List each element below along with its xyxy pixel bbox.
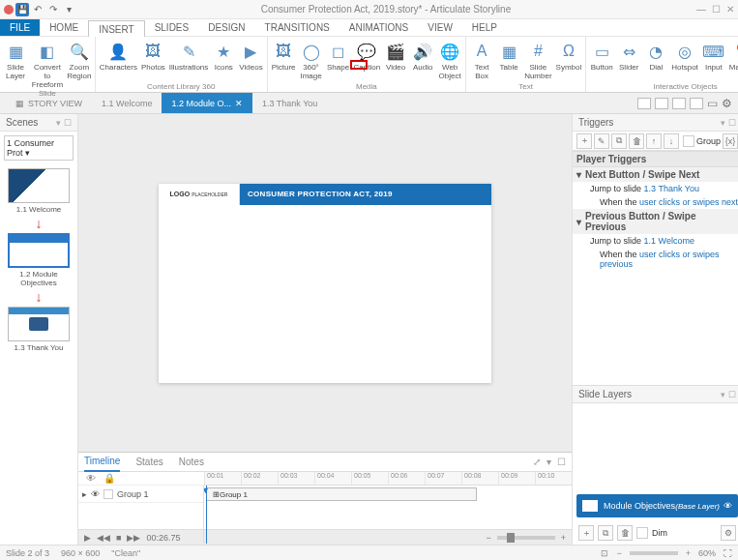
timeline-row[interactable]: ▸👁Group 1 bbox=[78, 486, 203, 503]
close-icon[interactable]: ✕ bbox=[726, 4, 734, 15]
down-trigger-button[interactable]: ↓ bbox=[664, 133, 679, 149]
illustrations-button[interactable]: ✎Illustrations bbox=[169, 39, 208, 82]
slide-layer-button[interactable]: ▦SlideLayer bbox=[4, 39, 27, 89]
button-button[interactable]: ▭Button bbox=[590, 39, 613, 82]
trigger-prev-header[interactable]: ▾Previous Button / Swipe Previous bbox=[573, 209, 738, 234]
dup-layer-button[interactable]: ⧉ bbox=[598, 525, 613, 541]
tab-states[interactable]: States bbox=[135, 453, 162, 471]
slide-number-button[interactable]: #SlideNumber bbox=[524, 39, 551, 82]
tab-story-view[interactable]: ▦STORY VIEW bbox=[6, 93, 92, 113]
panel-min-icon[interactable]: ▾ bbox=[721, 118, 725, 128]
scene-selector[interactable]: 1 Consumer Prot ▾ bbox=[4, 135, 74, 161]
up-trigger-button[interactable]: ↑ bbox=[646, 133, 662, 149]
view-mode-3[interactable] bbox=[672, 98, 686, 109]
back-icon[interactable]: ◀◀ bbox=[97, 533, 110, 543]
view-mode-4[interactable] bbox=[690, 98, 703, 109]
panel-close-icon[interactable]: ☐ bbox=[728, 390, 736, 399]
thumb-1-1[interactable] bbox=[8, 168, 70, 203]
tab-slide-1-2[interactable]: 1.2 Module O...✕ bbox=[162, 93, 252, 113]
settings-icon[interactable]: ⚙ bbox=[722, 97, 732, 110]
tl-close-icon[interactable]: ☐ bbox=[557, 457, 566, 467]
edit-trigger-button[interactable]: ✎ bbox=[594, 133, 609, 149]
expand-icon[interactable]: ⛶ bbox=[723, 548, 732, 558]
eye-icon[interactable]: 👁 bbox=[86, 473, 96, 484]
slide-canvas[interactable]: LOGO PLACEHOLDER CONSUMER PROTECTION ACT… bbox=[78, 114, 572, 452]
tl-tool-icon[interactable]: ⤢ bbox=[533, 457, 541, 467]
web-object-button[interactable]: 🌐WebObject bbox=[438, 39, 461, 82]
delete-trigger-button[interactable]: 🗑 bbox=[629, 133, 644, 149]
undo-icon[interactable]: ↶ bbox=[31, 3, 44, 16]
close-dot[interactable] bbox=[4, 5, 14, 15]
status-zoom-slider[interactable] bbox=[630, 551, 678, 555]
trigger-next-header[interactable]: ▾Next Button / Swipe Next bbox=[573, 167, 738, 182]
fwd-icon[interactable]: ▶▶ bbox=[127, 533, 140, 543]
lock-icon[interactable]: 🔒 bbox=[103, 473, 115, 484]
zoom-in-icon[interactable]: + bbox=[686, 548, 691, 558]
icons-button[interactable]: ★Icons bbox=[212, 39, 235, 82]
playhead[interactable] bbox=[206, 486, 207, 544]
add-trigger-button[interactable]: ＋ bbox=[576, 133, 592, 149]
panel-close-icon[interactable]: ☐ bbox=[64, 118, 72, 128]
menu-insert[interactable]: INSERT bbox=[88, 20, 145, 37]
dim-checkbox[interactable] bbox=[636, 527, 648, 539]
dial-button[interactable]: ◔Dial bbox=[644, 39, 667, 82]
menu-animations[interactable]: ANIMATIONS bbox=[339, 19, 418, 36]
menu-file[interactable]: FILE bbox=[0, 19, 40, 36]
trigger-line[interactable]: Jump to slide 1.3 Thank You bbox=[573, 182, 738, 195]
table-button[interactable]: ▦Table bbox=[497, 39, 520, 82]
layer-settings-button[interactable]: ⚙ bbox=[721, 525, 736, 541]
play-icon[interactable]: ▶ bbox=[84, 533, 91, 543]
trigger-line[interactable]: Jump to slide 1.1 Welcome bbox=[573, 234, 738, 248]
slider-button[interactable]: ⇔Slider bbox=[617, 39, 640, 82]
menu-home[interactable]: HOME bbox=[40, 19, 88, 36]
trigger-line[interactable]: When the user clicks or swipes previous bbox=[573, 248, 738, 271]
vars-button[interactable]: {x} bbox=[723, 133, 738, 149]
tab-slide-1-1[interactable]: 1.1 Welcome bbox=[92, 93, 162, 113]
view-mode-2[interactable] bbox=[655, 98, 668, 109]
characters-button[interactable]: 👤Characters bbox=[100, 39, 137, 82]
delete-layer-button[interactable]: 🗑 bbox=[617, 525, 633, 541]
360-image-button[interactable]: ◯360°Image bbox=[300, 39, 323, 82]
photos-button[interactable]: 🖼Photos bbox=[141, 39, 165, 82]
menu-view[interactable]: VIEW bbox=[418, 19, 462, 36]
shape-button[interactable]: ◻Shape bbox=[327, 39, 350, 82]
dock-icon[interactable]: ▭ bbox=[707, 97, 718, 110]
trigger-line[interactable]: When the user clicks or swipes next bbox=[573, 195, 738, 209]
convert-freeform-button[interactable]: ◧Convert toFreeform bbox=[31, 39, 64, 89]
add-layer-button[interactable]: ＋ bbox=[578, 525, 594, 541]
thumb-1-2[interactable] bbox=[8, 233, 70, 268]
tab-close-icon[interactable]: ✕ bbox=[235, 99, 243, 108]
menu-transitions[interactable]: TRANSITIONS bbox=[255, 19, 339, 36]
zoom-region-button[interactable]: 🔍ZoomRegion bbox=[68, 39, 91, 89]
hotspot-button[interactable]: ◎Hotspot bbox=[671, 39, 698, 82]
redo-icon[interactable]: ↷ bbox=[46, 3, 60, 16]
tab-timeline[interactable]: Timeline bbox=[84, 452, 120, 472]
panel-min-icon[interactable]: ▾ bbox=[721, 390, 725, 399]
videos-button[interactable]: ▶Videos bbox=[239, 39, 262, 82]
fit-icon[interactable]: ⊡ bbox=[601, 548, 608, 558]
thumb-1-3[interactable] bbox=[8, 307, 70, 341]
video-button[interactable]: 🎬Video bbox=[384, 39, 407, 82]
stop-icon[interactable]: ■ bbox=[116, 533, 121, 543]
eye-icon[interactable]: 👁 bbox=[723, 501, 732, 511]
tl-min-icon[interactable]: ▾ bbox=[546, 457, 551, 467]
zoom-out-icon[interactable]: − bbox=[616, 548, 621, 558]
tab-notes[interactable]: Notes bbox=[179, 453, 204, 471]
panel-close-icon[interactable]: ☐ bbox=[728, 118, 736, 128]
symbol-button[interactable]: ΩSymbol bbox=[556, 39, 582, 82]
zoom-slider[interactable] bbox=[497, 536, 555, 540]
minimize-icon[interactable]: — bbox=[696, 4, 706, 15]
qat-more-icon[interactable]: ▾ bbox=[62, 3, 75, 16]
audio-button[interactable]: 🔊Audio bbox=[411, 39, 434, 82]
panel-min-icon[interactable]: ▾ bbox=[56, 118, 61, 128]
view-mode-1[interactable] bbox=[637, 98, 651, 109]
input-button[interactable]: ⌨Input bbox=[702, 39, 725, 82]
group-checkbox[interactable] bbox=[683, 135, 694, 147]
copy-trigger-button[interactable]: ⧉ bbox=[611, 133, 627, 149]
picture-button[interactable]: 🖼Picture bbox=[272, 39, 296, 82]
text-box-button[interactable]: ATextBox bbox=[470, 39, 493, 82]
menu-design[interactable]: DESIGN bbox=[198, 19, 254, 36]
caption-button[interactable]: 💬Caption bbox=[354, 39, 381, 82]
base-layer-row[interactable]: Module Objectives (Base Layer) 👁 bbox=[576, 494, 738, 517]
marker-button[interactable]: 📍Marker bbox=[729, 39, 738, 82]
